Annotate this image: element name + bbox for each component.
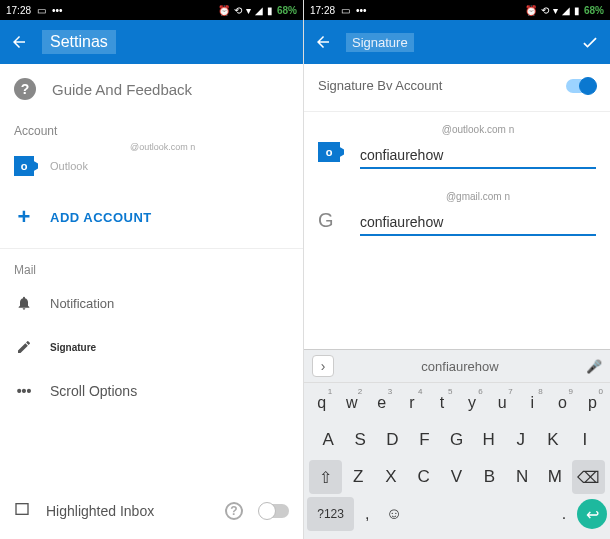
outlook-label: Outlook <box>50 160 289 172</box>
key-d[interactable]: D <box>377 423 408 457</box>
backspace-key[interactable]: ⌫ <box>572 460 605 494</box>
scroll-options-row[interactable]: ••• Scroll Options <box>0 369 303 413</box>
key-y[interactable]: y6 <box>458 386 487 420</box>
status-bar: 17:28 ▭ ••• ⏰ ⟲ ▾ ◢ ▮ 68% <box>304 0 610 20</box>
wifi-icon: ▾ <box>246 5 251 16</box>
bell-icon <box>14 295 34 311</box>
key-i[interactable]: i8 <box>518 386 547 420</box>
keyboard: › confiaurehow 🎤 q1w2e3r4t5y6u7i8o9p0 AS… <box>304 349 610 539</box>
key-e[interactable]: e3 <box>367 386 396 420</box>
key-v[interactable]: V <box>441 460 473 494</box>
sync-icon: ⟲ <box>541 5 549 16</box>
outlook-account-row[interactable]: o Outlook @outlook.com n <box>0 142 303 190</box>
key-r[interactable]: r4 <box>397 386 426 420</box>
key-c[interactable]: C <box>408 460 440 494</box>
help-icon: ? <box>14 78 36 100</box>
shift-key[interactable]: ⇧ <box>309 460 342 494</box>
key-p[interactable]: p0 <box>578 386 607 420</box>
battery-icon: ▮ <box>574 5 580 16</box>
key-g[interactable]: G <box>441 423 472 457</box>
highlighted-inbox-row[interactable]: Highlighted Inbox ? <box>0 489 303 533</box>
key-k[interactable]: K <box>538 423 569 457</box>
outlook-signature-block: o @outlook.com n <box>304 116 610 183</box>
status-rect-icon: ▭ <box>37 5 46 16</box>
key-w[interactable]: w2 <box>337 386 366 420</box>
svg-rect-0 <box>16 504 28 515</box>
section-mail: Mail <box>0 253 303 281</box>
wifi-icon: ▾ <box>553 5 558 16</box>
key-j[interactable]: J <box>506 423 537 457</box>
battery-icon: ▮ <box>267 5 273 16</box>
status-more-icon: ••• <box>52 5 63 16</box>
alarm-icon: ⏰ <box>525 5 537 16</box>
signal-icon: ◢ <box>562 5 570 16</box>
status-bar: 17:28 ▭ ••• ⏰ ⟲ ▾ ◢ ▮ 68% <box>0 0 303 20</box>
settings-screen: 17:28 ▭ ••• ⏰ ⟲ ▾ ◢ ▮ 68% Settinas ? Gui… <box>0 0 304 539</box>
outlook-email: @outlook.com n <box>360 124 596 135</box>
battery-pct: 68% <box>277 5 297 16</box>
suggestion-bar: › confiaurehow 🎤 <box>304 350 610 383</box>
key-s[interactable]: S <box>345 423 376 457</box>
pen-icon <box>14 339 34 355</box>
by-account-toggle[interactable] <box>566 79 596 93</box>
gmail-signature-input[interactable] <box>360 210 596 236</box>
key-b[interactable]: B <box>474 460 506 494</box>
mic-icon[interactable]: 🎤 <box>586 359 602 374</box>
page-title: Signature <box>346 33 414 52</box>
signature-row[interactable]: Signature <box>0 325 303 369</box>
symbols-key[interactable]: ?123 <box>307 497 354 531</box>
status-more-icon: ••• <box>356 5 367 16</box>
alarm-icon: ⏰ <box>218 5 230 16</box>
guide-feedback-row[interactable]: ? Guide And Feedback <box>0 64 303 114</box>
add-account-label: ADD ACCOUNT <box>50 210 289 225</box>
signature-label: Signature <box>50 342 289 353</box>
key-n[interactable]: N <box>507 460 539 494</box>
status-rect-icon: ▭ <box>341 5 350 16</box>
suggestion-word[interactable]: confiaurehow <box>334 359 586 374</box>
outlook-email: @outlook.com n <box>130 142 195 152</box>
key-x[interactable]: X <box>375 460 407 494</box>
section-account: Account <box>0 114 303 142</box>
outlook-signature-input[interactable] <box>360 143 596 169</box>
app-bar: Settinas <box>0 20 303 64</box>
divider <box>0 248 303 249</box>
key-u[interactable]: u7 <box>488 386 517 420</box>
period-key[interactable]: . <box>552 497 576 531</box>
plus-icon: + <box>18 204 31 230</box>
key-z[interactable]: Z <box>343 460 375 494</box>
by-account-label: Signature Bv Account <box>318 78 442 93</box>
highlighted-inbox-toggle[interactable] <box>259 504 289 518</box>
notification-label: Notification <box>50 296 289 311</box>
notification-row[interactable]: Notification <box>0 281 303 325</box>
status-time: 17:28 <box>6 5 31 16</box>
comma-key[interactable]: , <box>355 497 379 531</box>
key-f[interactable]: F <box>409 423 440 457</box>
highlighted-inbox-label: Highlighted Inbox <box>46 503 209 519</box>
keyboard-row-2: ASDFGHJKI <box>307 423 607 457</box>
expand-suggestions-icon[interactable]: › <box>312 355 334 377</box>
keyboard-row-1: q1w2e3r4t5y6u7i8o9p0 <box>307 386 607 420</box>
key-q[interactable]: q1 <box>307 386 336 420</box>
outlook-icon: o <box>14 156 34 176</box>
key-h[interactable]: H <box>474 423 505 457</box>
emoji-key[interactable]: ☺ <box>380 497 408 531</box>
key-o[interactable]: o9 <box>548 386 577 420</box>
key-t[interactable]: t5 <box>427 386 456 420</box>
signature-screen: 17:28 ▭ ••• ⏰ ⟲ ▾ ◢ ▮ 68% Signature Sign… <box>304 0 610 539</box>
dots-icon: ••• <box>14 383 34 399</box>
signature-by-account-row[interactable]: Signature Bv Account <box>304 64 610 107</box>
key-m[interactable]: M <box>540 460 572 494</box>
check-icon[interactable] <box>580 32 600 52</box>
key-a[interactable]: A <box>313 423 344 457</box>
key-i[interactable]: I <box>570 423 601 457</box>
signal-icon: ◢ <box>255 5 263 16</box>
gmail-icon: G <box>318 209 340 231</box>
back-icon[interactable] <box>10 33 28 51</box>
info-icon[interactable]: ? <box>225 502 243 520</box>
space-key[interactable] <box>409 497 551 531</box>
enter-key[interactable]: ↩ <box>577 499 607 529</box>
outlook-icon: o <box>318 142 340 162</box>
guide-label: Guide And Feedback <box>52 81 289 98</box>
back-icon[interactable] <box>314 33 332 51</box>
add-account-row[interactable]: + ADD ACCOUNT <box>0 190 303 244</box>
